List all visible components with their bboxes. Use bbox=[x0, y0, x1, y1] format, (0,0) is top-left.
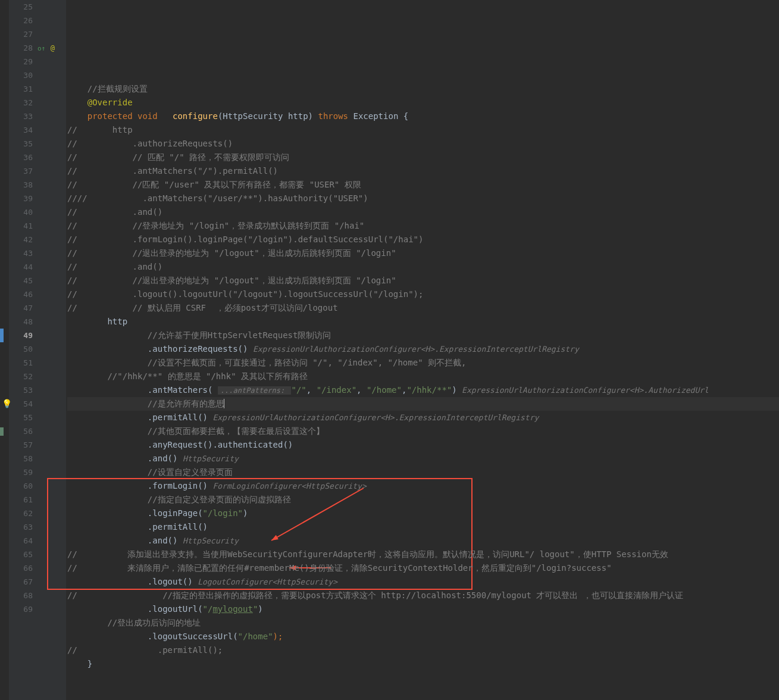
line-number[interactable]: 45 bbox=[9, 274, 33, 288]
line-number[interactable]: 41 bbox=[9, 219, 33, 233]
code-line[interactable]: //允许基于使用HttpServletRequest限制访问 bbox=[67, 329, 779, 342]
code-line[interactable]: //设置自定义登录页面 bbox=[67, 465, 779, 479]
line-number[interactable]: 29 bbox=[9, 55, 33, 68]
code-text: .permitAll() bbox=[67, 522, 208, 532]
line-number[interactable]: 56 bbox=[9, 424, 33, 438]
line-number[interactable]: 35 bbox=[9, 137, 33, 151]
code-line[interactable]: //其他页面都要拦截，【需要在最后设置这个】 bbox=[67, 424, 779, 438]
code-line[interactable]: .anyRequest().authenticated() bbox=[67, 438, 779, 452]
code-line[interactable]: .formLogin() FormLoginConfigurer<HttpSec… bbox=[67, 479, 779, 493]
line-number[interactable]: 46 bbox=[9, 288, 33, 301]
code-line[interactable]: // //匹配 "/user" 及其以下所有路径，都需要 "USER" 权限 bbox=[67, 178, 779, 192]
line-number[interactable]: 47 bbox=[9, 301, 33, 315]
code-line[interactable]: // .formLogin().loginPage("/login").defa… bbox=[67, 233, 779, 246]
line-number[interactable]: 60 bbox=[9, 479, 33, 493]
line-number[interactable]: 44 bbox=[9, 260, 33, 274]
override-icon[interactable]: o↑ bbox=[37, 45, 45, 52]
line-number[interactable]: 49 bbox=[9, 329, 33, 342]
line-number[interactable]: 28 bbox=[9, 41, 33, 55]
line-number[interactable]: 59 bbox=[9, 465, 33, 479]
comment-text: //设置不拦截页面，可直接通过，路径访问 "/", "/index", "/ho… bbox=[148, 358, 467, 367]
code-line[interactable]: // //指定的登出操作的虚拟路径，需要以post方式请求这个 http://l… bbox=[67, 589, 779, 602]
code-line[interactable]: // .antMatchers("/").permitAll() bbox=[67, 164, 779, 178]
line-number[interactable]: 67 bbox=[9, 575, 33, 589]
line-number[interactable]: 38 bbox=[9, 178, 33, 192]
line-number[interactable]: 57 bbox=[9, 438, 33, 452]
line-number[interactable]: 52 bbox=[9, 370, 33, 383]
code-line[interactable]: // .and() bbox=[67, 205, 779, 219]
code-line[interactable]: .loginPage("/login") bbox=[67, 507, 779, 520]
line-number[interactable]: 43 bbox=[9, 246, 33, 260]
code-line[interactable]: .permitAll() ExpressionUrlAuthorizationC… bbox=[67, 411, 779, 424]
line-number[interactable]: 61 bbox=[9, 493, 33, 507]
code-line[interactable]: .authorizeRequests() ExpressionUrlAuthor… bbox=[67, 342, 779, 356]
line-number[interactable]: 68 bbox=[9, 589, 33, 602]
code-area[interactable]: //拦截规则设置 @Override protected void config… bbox=[66, 0, 779, 700]
code-line[interactable]: //登出成功后访问的地址 bbox=[67, 616, 779, 630]
line-number[interactable]: 53 bbox=[9, 383, 33, 397]
code-editor[interactable]: 2526272829303132333435363738394041424344… bbox=[0, 0, 779, 700]
code-line[interactable]: //// .antMatchers("/user/**").hasAuthori… bbox=[67, 192, 779, 205]
code-line[interactable]: // //登录地址为 "/login"，登录成功默认跳转到页面 "/hai" bbox=[67, 219, 779, 233]
line-number[interactable]: 30 bbox=[9, 68, 33, 82]
code-line[interactable]: .logoutUrl("/mylogout") bbox=[67, 602, 779, 616]
line-number[interactable]: 54 bbox=[9, 397, 33, 411]
code-line[interactable]: .permitAll() bbox=[67, 520, 779, 534]
code-line[interactable]: //设置不拦截页面，可直接通过，路径访问 "/", "/index", "/ho… bbox=[67, 356, 779, 370]
code-line[interactable]: .and() HttpSecurity bbox=[67, 452, 779, 465]
code-line[interactable]: // //退出登录的地址为 "/logout"，退出成功后跳转到页面 "/log… bbox=[67, 246, 779, 260]
code-line[interactable] bbox=[67, 671, 779, 685]
code-line[interactable]: // .and() bbox=[67, 260, 779, 274]
code-line[interactable]: //指定自定义登录页面的访问虚拟路径 bbox=[67, 493, 779, 507]
line-number-gutter[interactable]: 2526272829303132333435363738394041424344… bbox=[9, 0, 37, 700]
line-number[interactable]: 37 bbox=[9, 164, 33, 178]
code-line[interactable]: protected void configure(HttpSecurity ht… bbox=[67, 110, 779, 123]
line-number[interactable]: 55 bbox=[9, 411, 33, 424]
code-line[interactable]: .and() HttpSecurity bbox=[67, 534, 779, 548]
line-number[interactable]: 36 bbox=[9, 151, 33, 164]
line-number[interactable]: 27 bbox=[9, 27, 33, 41]
line-number[interactable]: 66 bbox=[9, 561, 33, 575]
line-number[interactable]: 58 bbox=[9, 452, 33, 465]
line-number[interactable]: 51 bbox=[9, 356, 33, 370]
code-line[interactable]: // .authorizeRequests() bbox=[67, 137, 779, 151]
line-number[interactable]: 48 bbox=[9, 315, 33, 329]
line-number[interactable]: 62 bbox=[9, 507, 33, 520]
code-line[interactable]: // 来清除用户，清除已配置的任何#rememberMe()身份验证，清除Sec… bbox=[67, 561, 779, 575]
code-line[interactable] bbox=[67, 68, 779, 82]
code-line[interactable]: .antMatchers( ...antPatterns: "/", "/ind… bbox=[67, 383, 779, 397]
line-number[interactable]: 31 bbox=[9, 82, 33, 96]
line-number[interactable]: 64 bbox=[9, 534, 33, 548]
line-number[interactable]: 63 bbox=[9, 520, 33, 534]
line-number[interactable]: 69 bbox=[9, 602, 33, 616]
code-line[interactable]: 💡 //是允许所有的意思 bbox=[67, 397, 779, 411]
code-line[interactable]: // .permitAll(); bbox=[67, 643, 779, 657]
comment-text: // // 默认启用 CSRF ，必须post才可以访问/logout bbox=[67, 303, 338, 312]
code-line[interactable]: // http bbox=[67, 123, 779, 137]
line-number[interactable]: 32 bbox=[9, 96, 33, 110]
intention-bulb-icon[interactable]: 💡 bbox=[2, 397, 12, 411]
line-number[interactable]: 42 bbox=[9, 233, 33, 246]
line-number[interactable]: 65 bbox=[9, 548, 33, 561]
code-line[interactable]: // .logout().logoutUrl("/logout").logout… bbox=[67, 288, 779, 301]
code-text: , bbox=[306, 385, 317, 395]
code-line[interactable]: } bbox=[67, 657, 779, 671]
line-number[interactable]: 26 bbox=[9, 14, 33, 27]
code-line[interactable]: // // 匹配 "/" 路径，不需要权限即可访问 bbox=[67, 151, 779, 164]
code-line[interactable]: // 添加退出登录支持。当使用WebSecurityConfigurerAdap… bbox=[67, 548, 779, 561]
code-line[interactable]: // //退出登录的地址为 "/logout"，退出成功后跳转到页面 "/log… bbox=[67, 274, 779, 288]
code-line[interactable]: .logout() LogoutConfigurer<HttpSecurity> bbox=[67, 575, 779, 589]
line-number[interactable]: 34 bbox=[9, 123, 33, 137]
line-number[interactable]: 50 bbox=[9, 342, 33, 356]
line-number[interactable]: 40 bbox=[9, 205, 33, 219]
code-line[interactable]: //"/hhk/**" 的意思是 "/hhk" 及其以下所有路径 bbox=[67, 370, 779, 383]
code-line[interactable]: @Override bbox=[67, 96, 779, 110]
line-number[interactable]: 25 bbox=[9, 0, 33, 14]
line-number[interactable]: 33 bbox=[9, 110, 33, 123]
code-line[interactable]: .logoutSuccessUrl("/home"); bbox=[67, 630, 779, 643]
code-line[interactable]: http bbox=[67, 315, 779, 329]
code-line[interactable]: // // 默认启用 CSRF ，必须post才可以访问/logout bbox=[67, 301, 779, 315]
code-line[interactable]: //拦截规则设置 bbox=[67, 82, 779, 96]
keyword-text: throws bbox=[318, 111, 353, 121]
line-number[interactable]: 39 bbox=[9, 192, 33, 205]
